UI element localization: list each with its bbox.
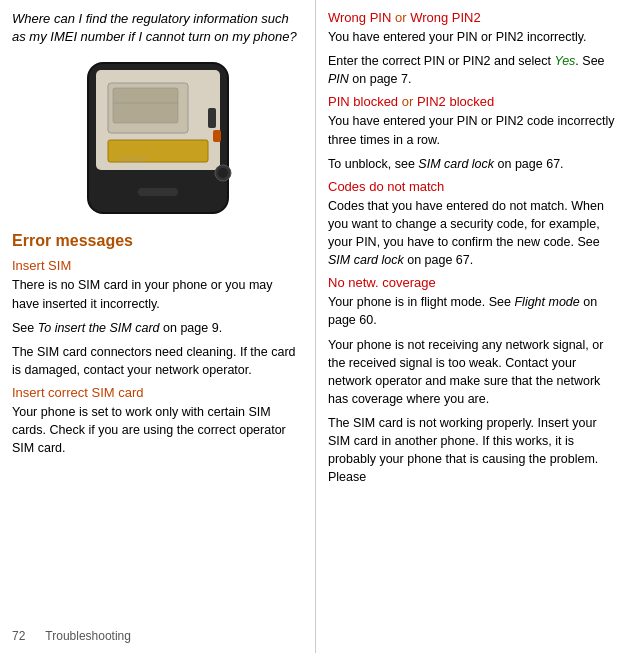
codes-body: Codes that you have entered do not match… <box>328 197 620 270</box>
no-coverage-body2: Your phone is not receiving any network … <box>328 336 620 409</box>
pin-blocked-body1: You have entered your PIN or PIN2 code i… <box>328 112 620 148</box>
no-coverage-body1: Your phone is in flight mode. See Flight… <box>328 293 620 329</box>
section-label: Troubleshooting <box>45 629 131 643</box>
error-messages-heading: Error messages <box>12 232 303 250</box>
codes-heading: Codes do not match <box>328 179 620 194</box>
svg-point-9 <box>218 168 228 178</box>
wrong-pin-body2: Enter the correct PIN or PIN2 and select… <box>328 52 620 88</box>
left-column: Where can I find the regulatory informat… <box>0 0 316 653</box>
wrong-pin-body1: You have entered your PIN or PIN2 incorr… <box>328 28 620 46</box>
page-number: 72 <box>12 629 25 643</box>
insert-sim-heading: Insert SIM <box>12 258 303 273</box>
svg-rect-5 <box>108 140 208 162</box>
no-coverage-body3: The SIM card is not working properly. In… <box>328 414 620 487</box>
left-header: Where can I find the regulatory informat… <box>12 10 303 46</box>
insert-sim-body3: The SIM card connectors need cleaning. I… <box>12 343 303 379</box>
wrong-pin-label: Wrong PIN <box>328 10 391 25</box>
svg-rect-10 <box>138 188 178 196</box>
pin2-blocked-label: PIN2 blocked <box>417 94 494 109</box>
insert-correct-heading: Insert correct SIM card <box>12 385 303 400</box>
right-column: Wrong PIN or Wrong PIN2 You have entered… <box>316 0 632 653</box>
pin-blocked-link: SIM card lock <box>418 157 494 171</box>
wrong-pin-heading: Wrong PIN or Wrong PIN2 <box>328 10 620 25</box>
wrong-pin-yes: Yes <box>555 54 576 68</box>
flight-mode-link: Flight mode <box>514 295 579 309</box>
wrong-pin-link: PIN <box>328 72 349 86</box>
insert-sim-body1: There is no SIM card in your phone or yo… <box>12 276 303 312</box>
phone-image <box>12 58 303 218</box>
no-coverage-heading: No netw. coverage <box>328 275 620 290</box>
wrong-pin2-label: Wrong PIN2 <box>410 10 481 25</box>
insert-correct-body: Your phone is set to work only with cert… <box>12 403 303 457</box>
insert-sim-ref: See To insert the SIM card on page 9. <box>12 319 303 337</box>
svg-rect-3 <box>113 88 178 123</box>
pin-blocked-body2: To unblock, see SIM card lock on page 67… <box>328 155 620 173</box>
pin-blocked-heading: PIN blocked or PIN2 blocked <box>328 94 620 109</box>
codes-link: SIM card lock <box>328 253 404 267</box>
svg-rect-7 <box>213 130 221 142</box>
insert-sim-link: To insert the SIM card <box>38 321 160 335</box>
no-coverage-label: No netw. coverage <box>328 275 436 290</box>
svg-rect-6 <box>208 108 216 128</box>
pin-blocked-label: PIN blocked <box>328 94 398 109</box>
codes-label: Codes do not match <box>328 179 444 194</box>
page-footer: 72 Troubleshooting <box>12 629 131 643</box>
